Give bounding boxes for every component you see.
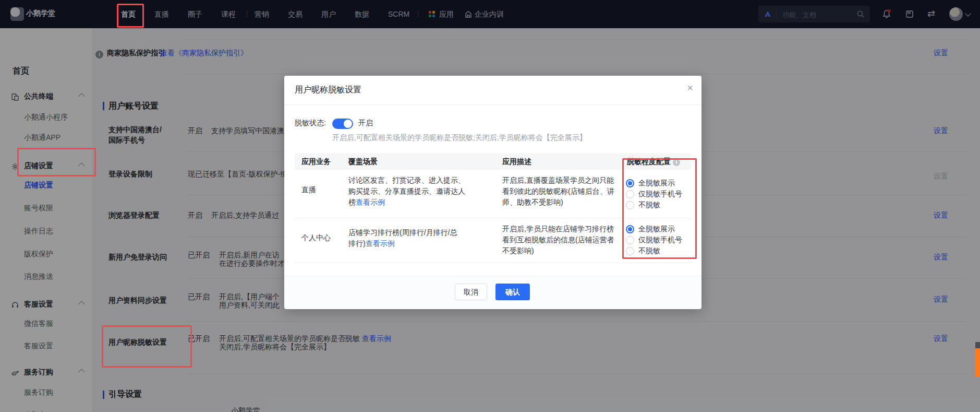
masking-status-value: 开启 [358, 119, 373, 128]
col-header-description: 应用描述 [502, 156, 531, 167]
desc-cell: 看到彼此的脱敏昵称(店铺后台、讲 [502, 186, 614, 197]
business-cell: 直播 [301, 184, 316, 195]
modal-title: 用户昵称脱敏设置 [295, 85, 361, 96]
annotation-box-nav-home [117, 4, 144, 28]
desc-cell: 不受影响) [502, 245, 534, 256]
desc-cell: 开启后,直播覆盖场景学员之间只能 [502, 175, 614, 186]
scene-cell: 讨论区发言、打赏记录、进入提示、 [348, 175, 465, 186]
page: 小鹅学堂 首页 直播 圈子 课程 | 营销 交易 用户 数据 SCRM | 应用… [0, 0, 980, 412]
scrollbar-thumb-cap[interactable] [975, 342, 980, 348]
scene-cell: 店铺学习排行榜(周排行/月排行/总 [348, 227, 457, 238]
cancel-button[interactable]: 取消 [455, 284, 487, 300]
masking-status-toggle[interactable] [332, 119, 353, 129]
scrollbar-thumb[interactable] [975, 348, 980, 377]
col-header-business: 应用业务 [301, 156, 331, 167]
business-cell: 个人中心 [301, 232, 331, 243]
col-header-scene: 覆盖场景 [348, 156, 378, 167]
view-example-link[interactable]: 查看示例 [366, 239, 395, 248]
modal-footer [284, 276, 701, 309]
close-icon[interactable]: × [687, 82, 693, 94]
confirm-button[interactable]: 确认 [495, 284, 530, 300]
masking-status-label: 脱敏状态: [295, 119, 326, 128]
desc-cell: 师、助教不受影响) [502, 197, 563, 208]
annotation-box-masking-level-column [622, 158, 697, 259]
desc-cell: 开启后,学员只能在店铺学习排行榜 [502, 223, 614, 234]
divider [295, 263, 691, 263]
annotation-box-sidebar-shop-settings [17, 148, 96, 176]
scene-cell: 购买提示、分享直播提示、邀请达人 [348, 186, 465, 197]
divider [284, 104, 701, 105]
masking-hint: 开启后,可配置相关场景的学员昵称是否脱敏;关闭后,学员昵称将会【完全展示】 [332, 132, 587, 143]
annotation-box-nickname-row [102, 325, 192, 368]
desc-cell: 看到互相脱敏后的信息(店铺运营者 [502, 234, 614, 245]
scene-cell: 排行)查看示例 [348, 238, 395, 249]
view-example-link[interactable]: 查看示例 [356, 198, 385, 206]
scene-cell: 榜查看示例 [348, 197, 385, 208]
